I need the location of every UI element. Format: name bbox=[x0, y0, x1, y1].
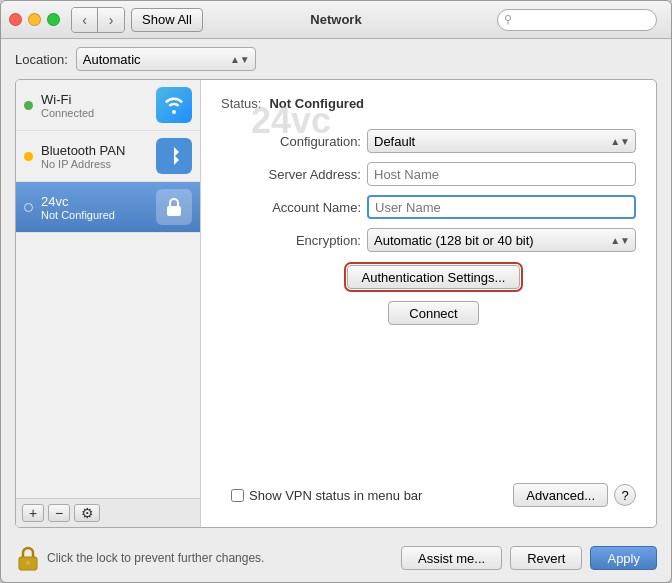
titlebar: Network ‹ › Show All ⚲ bbox=[1, 1, 671, 39]
24vc-sub: Not Configured bbox=[41, 209, 148, 221]
assist-button[interactable]: Assist me... bbox=[401, 546, 502, 570]
lock-footer-icon bbox=[15, 544, 41, 572]
bt-name: Bluetooth PAN bbox=[41, 143, 148, 158]
revert-button[interactable]: Revert bbox=[510, 546, 582, 570]
status-value: Not Configured bbox=[269, 96, 364, 111]
account-input[interactable] bbox=[367, 195, 636, 219]
config-row: Configuration: Default ▲▼ bbox=[231, 129, 636, 153]
bt-status-dot bbox=[24, 152, 33, 161]
lock-area[interactable]: Click the lock to prevent further change… bbox=[15, 544, 264, 572]
sidebar-bottom: + − ⚙ bbox=[16, 498, 200, 527]
server-label: Server Address: bbox=[231, 167, 361, 182]
vpn-lock-icon bbox=[156, 189, 192, 225]
auth-connect-row: Authentication Settings... Connect bbox=[231, 265, 636, 325]
status-row: Status: Not Configured bbox=[221, 96, 636, 111]
config-label: Configuration: bbox=[231, 134, 361, 149]
show-all-button[interactable]: Show All bbox=[131, 8, 203, 32]
24vc-status-dot bbox=[24, 203, 33, 212]
content-area: Location: Automatic ▲▼ Wi-Fi Connected bbox=[1, 39, 671, 538]
wifi-status-dot bbox=[24, 101, 33, 110]
24vc-name: 24vc bbox=[41, 194, 148, 209]
panel-bottom-row: Show VPN status in menu bar Advanced... … bbox=[221, 477, 636, 511]
search-icon: ⚲ bbox=[504, 13, 512, 26]
auth-settings-button[interactable]: Authentication Settings... bbox=[347, 265, 521, 289]
connect-button[interactable]: Connect bbox=[388, 301, 478, 325]
location-bar: Location: Automatic ▲▼ bbox=[15, 39, 657, 79]
sidebar-item-wifi[interactable]: Wi-Fi Connected bbox=[16, 80, 200, 131]
network-window: Network ‹ › Show All ⚲ Location: Automat… bbox=[0, 0, 672, 583]
help-button[interactable]: ? bbox=[614, 484, 636, 506]
location-select[interactable]: Automatic bbox=[76, 47, 256, 71]
bt-sub: No IP Address bbox=[41, 158, 148, 170]
config-select[interactable]: Default bbox=[367, 129, 636, 153]
vpn-menu-label: Show VPN status in menu bar bbox=[249, 488, 422, 503]
forward-button[interactable]: › bbox=[98, 8, 124, 32]
location-label: Location: bbox=[15, 52, 68, 67]
right-panel: 24vc Status: Not Configured Configuratio… bbox=[201, 80, 656, 527]
bluetooth-icon bbox=[156, 138, 192, 174]
svg-rect-0 bbox=[167, 206, 181, 216]
sidebar: Wi-Fi Connected Bluetooth PAN No IP Addr… bbox=[16, 80, 201, 527]
server-input[interactable] bbox=[367, 162, 636, 186]
encryption-label: Encryption: bbox=[231, 233, 361, 248]
search-input[interactable] bbox=[497, 9, 657, 31]
wifi-icon bbox=[156, 87, 192, 123]
wifi-name: Wi-Fi bbox=[41, 92, 148, 107]
traffic-lights bbox=[9, 13, 60, 26]
advanced-button[interactable]: Advanced... bbox=[513, 483, 608, 507]
window-footer: Click the lock to prevent further change… bbox=[1, 538, 671, 582]
location-select-wrapper: Automatic ▲▼ bbox=[76, 47, 256, 71]
status-label: Status: bbox=[221, 96, 261, 111]
sidebar-item-bluetooth[interactable]: Bluetooth PAN No IP Address bbox=[16, 131, 200, 182]
encryption-row: Encryption: Automatic (128 bit or 40 bit… bbox=[231, 228, 636, 252]
close-button[interactable] bbox=[9, 13, 22, 26]
sidebar-item-24vc[interactable]: 24vc Not Configured bbox=[16, 182, 200, 233]
lock-footer-label: Click the lock to prevent further change… bbox=[47, 551, 264, 565]
account-row: Account Name: bbox=[231, 195, 636, 219]
minimize-button[interactable] bbox=[28, 13, 41, 26]
apply-button[interactable]: Apply bbox=[590, 546, 657, 570]
svg-point-2 bbox=[26, 561, 30, 565]
remove-network-button[interactable]: − bbox=[48, 504, 70, 522]
search-box: ⚲ bbox=[497, 9, 657, 31]
vpn-menu-checkbox[interactable] bbox=[231, 489, 244, 502]
server-row: Server Address: bbox=[231, 162, 636, 186]
nav-buttons: ‹ › bbox=[71, 7, 125, 33]
gear-button[interactable]: ⚙ bbox=[74, 504, 100, 522]
window-title: Network bbox=[310, 12, 361, 27]
main-area: Wi-Fi Connected Bluetooth PAN No IP Addr… bbox=[15, 79, 657, 528]
add-network-button[interactable]: + bbox=[22, 504, 44, 522]
footer-buttons: Assist me... Revert Apply bbox=[401, 546, 657, 570]
wifi-sub: Connected bbox=[41, 107, 148, 119]
vpn-form: Configuration: Default ▲▼ Server Address… bbox=[231, 129, 636, 325]
maximize-button[interactable] bbox=[47, 13, 60, 26]
encryption-select[interactable]: Automatic (128 bit or 40 bit) bbox=[367, 228, 636, 252]
account-label: Account Name: bbox=[231, 200, 361, 215]
back-button[interactable]: ‹ bbox=[72, 8, 98, 32]
